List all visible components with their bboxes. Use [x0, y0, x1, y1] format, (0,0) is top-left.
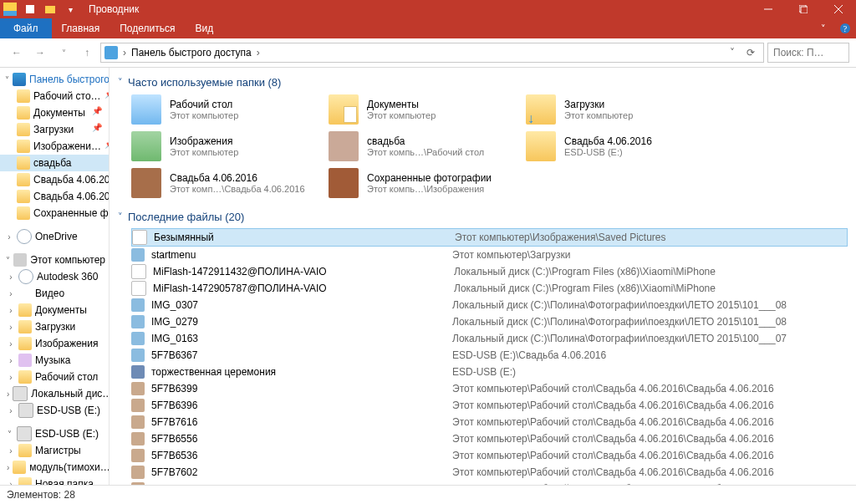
content-pane[interactable]: ˅ Часто используемые папки (8) Рабочий с…: [110, 68, 856, 485]
pin-icon: 📌: [104, 140, 109, 153]
file-icon: [131, 298, 145, 312]
nav-esd-usb[interactable]: ˅ ESD-USB (E:): [0, 425, 109, 442]
address-bar[interactable]: › Панель быстрого доступа › ˅ ⟳: [100, 43, 764, 63]
recent-file-row[interactable]: IMG_0279Локальный диск (C:)\Полина\Фотог…: [131, 313, 848, 330]
expand-icon[interactable]: ›: [7, 339, 15, 349]
recent-file-row[interactable]: MiFlash-1472905787@ПОЛИНА-VAIOЛокальный …: [131, 280, 848, 297]
nav-quick-item[interactable]: Сохраненные ф…: [0, 205, 109, 221]
frequent-folder-tile[interactable]: ДокументыЭтот компьютер: [329, 94, 512, 125]
cloud-icon: [18, 269, 33, 284]
recent-file-row[interactable]: БезымянныйЭтот компьютер\Изображения\Sav…: [131, 228, 848, 247]
frequent-folder-tile[interactable]: ИзображенияЭтот компьютер: [131, 130, 315, 162]
back-button[interactable]: ←: [7, 43, 27, 63]
nav-pc-item[interactable]: ›Видео: [0, 285, 109, 302]
maximize-button[interactable]: [786, 0, 821, 18]
pin-icon: 📌: [104, 89, 109, 103]
recent-file-row[interactable]: 5F7B6536Этот компьютер\Рабочий стол\Свад…: [131, 447, 848, 464]
recent-file-row[interactable]: 5F7B7602Этот компьютер\Рабочий стол\Свад…: [131, 464, 848, 481]
recent-file-row[interactable]: IMG_0163Локальный диск (C:)\Полина\Фотог…: [131, 330, 848, 347]
nav-pc-item[interactable]: ›Изображения: [0, 335, 109, 352]
nav-quick-item[interactable]: Свадьба 4.06.20…: [0, 188, 109, 205]
nav-pc-item[interactable]: ›Документы: [0, 302, 109, 318]
nav-pc-item[interactable]: ›Загрузки: [0, 318, 109, 335]
nav-pc-item[interactable]: ›Музыка: [0, 352, 109, 369]
expand-icon[interactable]: ›: [5, 232, 13, 242]
drive-icon: [13, 386, 28, 401]
ribbon-expand-icon[interactable]: ˅: [813, 18, 834, 38]
frequent-folder-tile[interactable]: Свадьба 4.06.2016Этот комп…\Свадьба 4.06…: [131, 167, 315, 199]
recent-file-row[interactable]: 5F7B6396Этот компьютер\Рабочий стол\Свад…: [131, 397, 848, 414]
search-box[interactable]: [767, 43, 849, 63]
up-button[interactable]: ↑: [77, 43, 97, 63]
tab-home[interactable]: Главная: [52, 18, 110, 38]
collapse-icon[interactable]: ˅: [5, 430, 13, 439]
refresh-button[interactable]: ⟳: [741, 47, 760, 59]
expand-icon[interactable]: ›: [7, 389, 9, 399]
address-dropdown-icon[interactable]: ˅: [725, 47, 740, 59]
expand-icon[interactable]: ›: [7, 323, 15, 332]
qat-dropdown-icon[interactable]: ▾: [62, 1, 79, 18]
expand-icon[interactable]: ›: [7, 406, 15, 415]
chevron-down-icon[interactable]: ˅: [118, 77, 123, 88]
qat-newfolder-icon[interactable]: [42, 1, 59, 18]
minimize-button[interactable]: [751, 0, 786, 18]
frequent-folder-tile[interactable]: ЗагрузкиЭтот компьютер: [526, 94, 710, 125]
recent-file-row[interactable]: 5F7B6367ESD-USB (E:)\Свадьба 4.06.2016: [131, 347, 848, 364]
recent-locations-button[interactable]: ˅: [54, 43, 74, 63]
folder-icon: [18, 337, 32, 350]
frequent-folder-tile[interactable]: Сохраненные фотографииЭтот компь…\Изобра…: [329, 167, 512, 199]
frequent-folder-tile[interactable]: Рабочий столЭтот компьютер: [131, 94, 315, 125]
nav-this-pc[interactable]: ˅ Этот компьютер: [0, 252, 109, 268]
folder-icon: [18, 444, 32, 457]
tab-view[interactable]: Вид: [185, 18, 223, 38]
cloud-icon: [17, 229, 32, 244]
breadcrumb-segment[interactable]: Панель быстрого доступа: [131, 47, 252, 59]
nav-quick-item[interactable]: Загрузки📌: [0, 121, 109, 138]
nav-pc-item[interactable]: ›Локальный дис…: [0, 385, 109, 402]
nav-quick-item[interactable]: Свадьба 4.06.20…: [0, 171, 109, 188]
qat-properties-icon[interactable]: [22, 1, 38, 18]
expand-icon[interactable]: ›: [7, 306, 15, 315]
search-input[interactable]: [772, 46, 845, 59]
file-tab[interactable]: Файл: [0, 18, 52, 38]
window-title: Проводник: [89, 3, 139, 15]
nav-pc-item[interactable]: ›Рабочий стол: [0, 369, 109, 385]
nav-quick-access[interactable]: ˅ Панель быстрого…: [0, 71, 109, 88]
expand-icon[interactable]: ›: [7, 289, 15, 298]
nav-quick-item[interactable]: Изображени…📌: [0, 138, 109, 155]
recent-file-row[interactable]: 5F7B6556Этот компьютер\Рабочий стол\Свад…: [131, 430, 848, 447]
nav-esd-item[interactable]: ›Магистры: [0, 442, 109, 459]
frequent-folder-tile[interactable]: свадьбаЭтот компь…\Рабочий стол: [329, 130, 512, 162]
collapse-icon[interactable]: ˅: [5, 256, 10, 265]
frequent-folders-header[interactable]: ˅ Часто используемые папки (8): [118, 73, 848, 94]
nav-esd-item[interactable]: ›модуль(тимохи…: [0, 459, 109, 476]
recent-files-header[interactable]: ˅ Последние файлы (20): [118, 207, 848, 228]
recent-file-row[interactable]: 5F7B6399Этот компьютер\Рабочий стол\Свад…: [131, 380, 848, 397]
nav-onedrive[interactable]: › OneDrive: [0, 228, 109, 245]
nav-quick-item[interactable]: Рабочий сто…📌: [0, 88, 109, 104]
recent-file-row[interactable]: IMG_0307Локальный диск (C:)\Полина\Фотог…: [131, 297, 848, 313]
nav-quick-item[interactable]: Документы📌: [0, 104, 109, 121]
frequent-folder-tile[interactable]: Свадьба 4.06.2016ESD-USB (E:): [526, 130, 710, 162]
recent-file-row[interactable]: startmenuЭтот компьютер\Загрузки: [131, 247, 848, 263]
expand-icon[interactable]: ›: [7, 272, 15, 282]
nav-pc-item[interactable]: ›Autodesk 360: [0, 268, 109, 285]
collapse-icon[interactable]: ˅: [5, 75, 9, 84]
tab-share[interactable]: Поделиться: [110, 18, 185, 38]
help-button[interactable]: ?: [834, 18, 856, 38]
chevron-down-icon[interactable]: ˅: [118, 211, 123, 222]
close-button[interactable]: [821, 0, 856, 18]
nav-esd-item[interactable]: ›Новая папка: [0, 476, 109, 485]
nav-quick-item[interactable]: свадьба: [0, 155, 109, 171]
recent-file-row[interactable]: 5F7B7616Этот компьютер\Рабочий стол\Свад…: [131, 414, 848, 430]
nav-pc-item[interactable]: ›ESD-USB (E:): [0, 402, 109, 419]
navigation-pane[interactable]: ˅ Панель быстрого… Рабочий сто…📌Документ…: [0, 68, 110, 485]
expand-icon[interactable]: ›: [7, 373, 15, 382]
expand-icon[interactable]: ›: [7, 463, 9, 472]
recent-file-row[interactable]: торжественная церемонияESD-USB (E:): [131, 364, 848, 380]
expand-icon[interactable]: ›: [7, 446, 15, 456]
recent-file-row[interactable]: MiFlash-1472911432@ПОЛИНА-VAIOЛокальный …: [131, 263, 848, 280]
expand-icon[interactable]: ›: [7, 356, 15, 365]
forward-button[interactable]: →: [30, 43, 50, 63]
ribbon: Файл Главная Поделиться Вид ˅ ?: [0, 18, 856, 38]
